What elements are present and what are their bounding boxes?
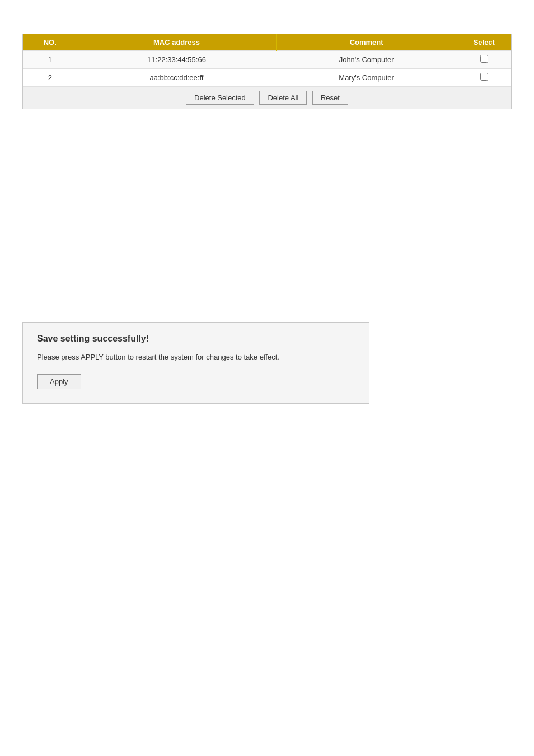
- row-2-mac: aa:bb:cc:dd:ee:ff: [77, 69, 276, 87]
- apply-button[interactable]: Apply: [37, 374, 81, 389]
- reset-button[interactable]: Reset: [312, 91, 348, 105]
- row-2-select-cell: [457, 69, 511, 87]
- mac-address-table: NO. MAC address Comment Select 1 11:22:3…: [23, 34, 511, 109]
- success-box: Save setting successfully! Please press …: [22, 322, 369, 404]
- row-1-mac: 11:22:33:44:55:66: [77, 51, 276, 69]
- col-header-select: Select: [457, 34, 511, 51]
- row-1-checkbox[interactable]: [480, 55, 488, 63]
- delete-selected-button[interactable]: Delete Selected: [186, 91, 254, 105]
- delete-all-button[interactable]: Delete All: [259, 91, 307, 105]
- table-row: 2 aa:bb:cc:dd:ee:ff Mary's Computer: [23, 69, 511, 87]
- row-1-comment: John's Computer: [276, 51, 457, 69]
- col-header-comment: Comment: [276, 34, 457, 51]
- row-2-comment: Mary's Computer: [276, 69, 457, 87]
- table-row: 1 11:22:33:44:55:66 John's Computer: [23, 51, 511, 69]
- row-1-select-cell: [457, 51, 511, 69]
- row-2-checkbox[interactable]: [480, 73, 488, 81]
- col-header-mac: MAC address: [77, 34, 276, 51]
- row-1-no: 1: [23, 51, 77, 69]
- row-2-no: 2: [23, 69, 77, 87]
- col-header-no: NO.: [23, 34, 77, 51]
- actions-cell: Delete Selected Delete All Reset: [23, 87, 511, 109]
- success-title: Save setting successfully!: [37, 334, 355, 344]
- mac-table-wrapper: NO. MAC address Comment Select 1 11:22:3…: [22, 34, 512, 109]
- actions-row: Delete Selected Delete All Reset: [23, 87, 511, 109]
- success-message: Please press APPLY button to restart the…: [37, 352, 355, 363]
